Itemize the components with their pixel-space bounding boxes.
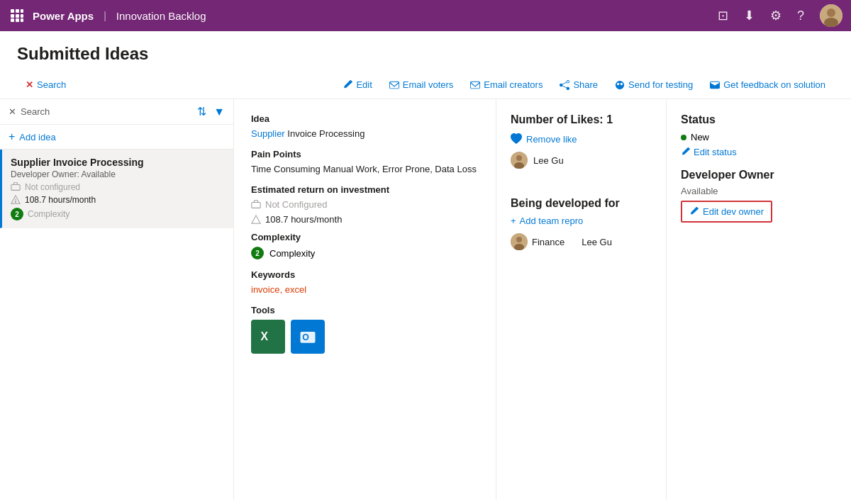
user-avatar[interactable]: [820, 4, 842, 27]
edit-dev-owner-button[interactable]: Edit dev owner: [681, 201, 772, 223]
not-configured-label: Not configured: [25, 182, 80, 192]
complexity-badge: 2: [11, 208, 23, 220]
content-center: Number of Likes: 1 Remove like Lee Gu Be…: [496, 99, 667, 500]
svg-rect-16: [252, 202, 260, 208]
team-member-finance: Finance: [511, 233, 564, 250]
being-dev-label: Being developed for: [511, 197, 652, 210]
add-idea-button[interactable]: + Add idea: [0, 125, 233, 150]
complexity-label: Complexity: [28, 209, 69, 219]
excel-icon: X: [251, 320, 285, 354]
download-icon[interactable]: ⬇: [744, 8, 755, 23]
svg-rect-6: [11, 18, 14, 22]
content-left: Idea Supplier Invoice Processing Pain Po…: [234, 99, 496, 500]
content-area: Idea Supplier Invoice Processing Pain Po…: [234, 99, 851, 500]
keywords-value: invoice, excel: [251, 284, 479, 295]
svg-text:O: O: [302, 332, 309, 342]
tools-label: Tools: [251, 305, 479, 315]
share-button[interactable]: Share: [551, 75, 606, 94]
roi-label: Estimated return on investment: [251, 184, 479, 195]
sidebar: ✕ Search ⇅ ▼ + Add idea Supplier Invoice…: [0, 99, 234, 500]
sidebar-icon-group: ⇅ ▼: [197, 105, 225, 118]
status-value-row: New: [681, 132, 837, 142]
tools-list: X O: [251, 320, 479, 358]
edit-status-button[interactable]: Edit status: [681, 147, 837, 157]
toolbar: ✕ Search Edit Email voters Email creator…: [0, 71, 851, 99]
email-voters-button[interactable]: Email voters: [381, 75, 462, 94]
idea-text: Invoice Processing: [285, 128, 365, 139]
plus-icon: +: [9, 130, 15, 143]
sidebar-item-not-configured: Not configured: [11, 182, 225, 192]
dev-owner-value: Available: [681, 186, 837, 196]
complexity-text: Complexity: [269, 248, 315, 259]
help-icon[interactable]: ?: [797, 9, 804, 23]
main-layout: ✕ Search ⇅ ▼ + Add idea Supplier Invoice…: [0, 99, 851, 500]
svg-rect-12: [11, 185, 20, 191]
search-control: ✕ Search: [9, 106, 191, 117]
idea-link[interactable]: Supplier: [251, 128, 285, 139]
idea-value: Supplier Invoice Processing: [251, 128, 479, 139]
email-creators-button[interactable]: Email creators: [462, 75, 551, 94]
remove-like-button[interactable]: Remove like: [511, 133, 652, 145]
search-button[interactable]: ✕ Search: [17, 75, 74, 94]
svg-rect-0: [11, 9, 14, 13]
not-configured-row: Not Configured: [251, 199, 479, 210]
svg-point-10: [827, 9, 835, 17]
svg-marker-17: [252, 215, 260, 223]
team-member-lee: Lee Gu: [582, 237, 612, 247]
pain-points-label: Pain Points: [251, 149, 479, 159]
close-icon: ✕: [26, 79, 33, 90]
team-group-name: Finance: [532, 237, 564, 247]
plus-icon-team: +: [511, 215, 516, 226]
svg-rect-8: [21, 18, 23, 22]
edit-button[interactable]: Edit: [334, 75, 380, 94]
clear-search-icon[interactable]: ✕: [9, 106, 16, 117]
send-testing-button[interactable]: Send for testing: [606, 75, 701, 94]
svg-rect-4: [16, 14, 19, 18]
sidebar-item-complexity: 2 Complexity: [11, 208, 225, 220]
settings-icon[interactable]: ⚙: [770, 8, 782, 23]
apps-grid-icon[interactable]: [9, 7, 26, 24]
monitor-icon[interactable]: ⊡: [718, 8, 728, 23]
svg-text:X: X: [261, 330, 269, 342]
topbar: Power Apps | Innovation Backlog ⊡ ⬇ ⚙ ?: [0, 0, 851, 31]
not-configured-value: Not Configured: [265, 199, 327, 210]
team-avatar: [511, 233, 528, 250]
hours-row: 108.7 hours/month: [251, 214, 479, 225]
complexity-row: 2 Complexity: [251, 247, 479, 259]
sort-icon[interactable]: ⇅: [197, 105, 206, 118]
svg-rect-7: [16, 18, 19, 22]
svg-rect-2: [21, 9, 23, 13]
team-row: Finance Lee Gu: [511, 233, 652, 250]
svg-rect-3: [11, 14, 14, 18]
svg-point-22: [516, 155, 522, 161]
liker-name: Lee Gu: [533, 155, 564, 166]
team-member-name: Lee Gu: [582, 237, 612, 247]
get-feedback-button[interactable]: Get feedback on solution: [701, 75, 834, 94]
svg-point-15: [15, 201, 16, 202]
page-title: Submitted Ideas: [17, 44, 834, 64]
edit-dev-owner-label: Edit dev owner: [703, 206, 764, 217]
page-name: Innovation Backlog: [116, 10, 206, 22]
sidebar-item-supplier[interactable]: Supplier Invoice Processing Developer Ow…: [0, 150, 233, 228]
liker-avatar: [511, 152, 528, 169]
pain-points-value: Time Consuming Manual Work, Error Prone,…: [251, 164, 479, 174]
hours-value: 108.7 hours/month: [265, 214, 342, 225]
search-label: Search: [21, 106, 50, 117]
status-title: Status: [681, 113, 837, 126]
svg-point-25: [516, 237, 522, 242]
complexity-label: Complexity: [251, 232, 479, 242]
svg-rect-1: [16, 9, 19, 13]
filter-icon[interactable]: ▼: [213, 106, 225, 118]
separator: |: [104, 10, 106, 21]
hours-label: 108.7 hours/month: [25, 195, 96, 205]
app-name: Power Apps: [33, 10, 94, 22]
sidebar-controls: ✕ Search ⇅ ▼: [0, 99, 233, 125]
outlook-icon: O: [291, 320, 325, 354]
edit-status-label: Edit status: [694, 147, 737, 157]
status-dot-icon: [681, 135, 686, 140]
add-team-button[interactable]: + Add team repro: [511, 215, 652, 226]
dev-owner-title: Developer Owner: [681, 169, 837, 181]
complexity-num: 2: [251, 247, 264, 259]
sidebar-item-subtitle: Developer Owner: Available: [11, 169, 225, 179]
liker-row: Lee Gu: [511, 152, 652, 169]
